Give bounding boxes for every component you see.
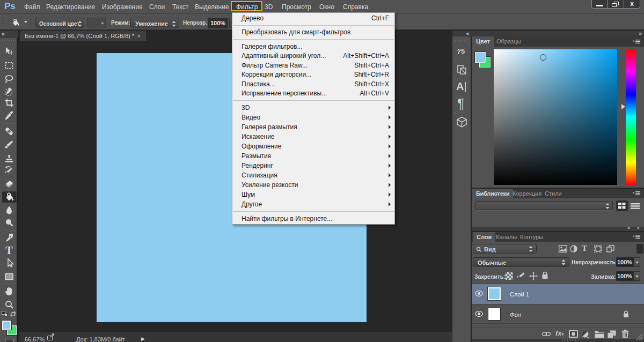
svg-text:5: 5: [461, 47, 465, 55]
